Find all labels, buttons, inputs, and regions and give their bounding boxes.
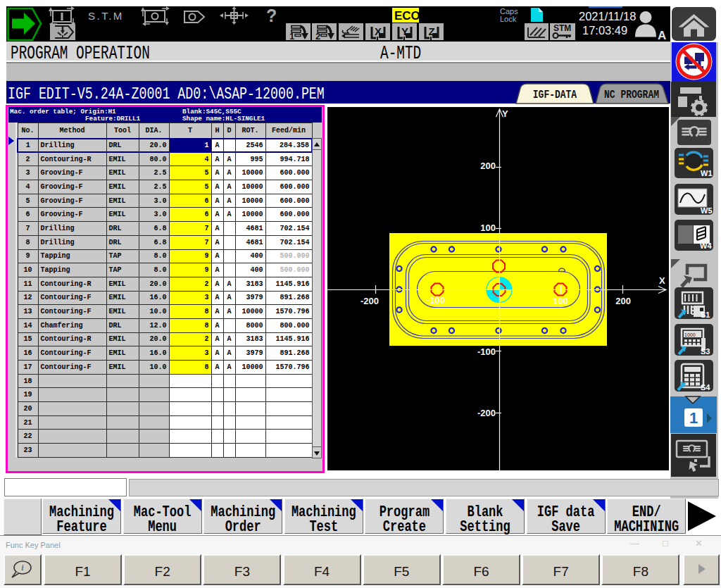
svg-text:W5: W5 [701,206,713,215]
svg-text:2: 2 [315,31,320,42]
svg-text:W4: W4 [700,242,712,250]
svg-text:-200: -200 [477,408,496,418]
svg-text:2021/11/18: 2021/11/18 [579,10,636,23]
svg-text:S4: S4 [701,383,710,392]
svg-text:S1: S1 [701,311,710,319]
svg-text:A: A [658,29,666,42]
svg-text:-100: -100 [477,346,496,357]
svg-text:-200: -200 [360,296,379,306]
svg-text:1: 1 [289,31,294,42]
svg-text:W1: W1 [701,169,713,177]
svg-text:Y: Y [502,108,508,119]
svg-text:200: 200 [480,161,496,171]
svg-text:i: i [21,563,23,573]
svg-text:STM: STM [553,23,571,33]
svg-text:1: 1 [689,409,698,427]
svg-text:-100: -100 [427,295,445,306]
svg-text:100: 100 [553,296,568,306]
svg-text:S3: S3 [701,347,710,356]
svg-text:Lock: Lock [500,15,517,23]
svg-text:NC PROGRAM: NC PROGRAM [604,89,659,101]
svg-text:?: ? [266,6,277,25]
svg-text:S.T.M: S.T.M [88,10,124,22]
svg-text:17:03:49: 17:03:49 [582,24,627,37]
svg-text:IGF-DATA: IGF-DATA [533,89,577,101]
svg-text:100: 100 [480,223,496,233]
svg-text:ECO: ECO [394,9,420,23]
svg-text:X: X [659,275,665,286]
svg-text:1000: 1000 [684,332,696,337]
svg-text:200: 200 [615,296,631,306]
